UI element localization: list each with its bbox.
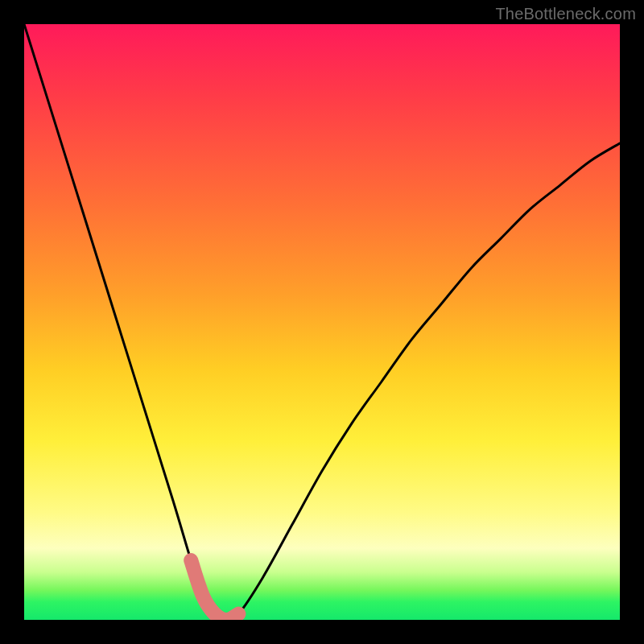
watermark-text: TheBottleneck.com (495, 5, 636, 23)
bottleneck-curve (24, 24, 620, 620)
plot-area (24, 24, 620, 620)
valley-marker (191, 560, 238, 620)
chart-stage: TheBottleneck.com (0, 0, 644, 644)
curve-layer (24, 24, 620, 620)
